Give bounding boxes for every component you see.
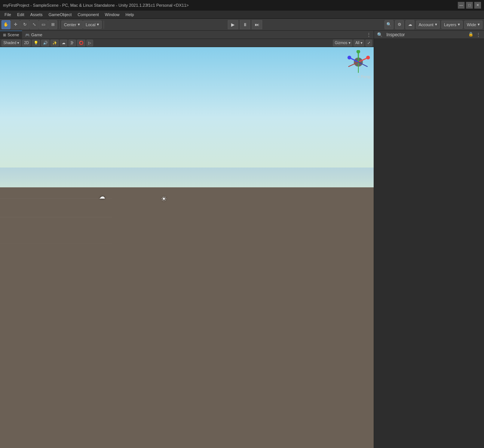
grid-overlay [0,187,112,243]
audio-button[interactable]: 🔊 [41,40,49,46]
center-chevron-icon: ▾ [78,22,80,27]
toolbar: ✋ ✛ ↻ ⤡ ▭ ⊞ Center ▾ Local ▾ ▶ ⏸ ⏭ 🔍 ⚙ ☁… [0,19,484,31]
game-tab-icon: 🎮 [25,33,30,37]
flares-button[interactable]: ⭕ [77,40,85,46]
menu-bar: File Edit Assets GameObject Component Wi… [0,10,484,19]
scene-tab-icon: ⊞ [3,33,6,37]
main-layout: ⊞ Scene 🎮 Game ⋮ Shaded ▾ 2D 💡 🔊 ✨ ☁ [0,31,484,448]
fog-button[interactable]: 🌫 [68,40,76,46]
window-controls: — □ ✕ [458,2,481,9]
right-toolbar-controls: 🔍 ⚙ ☁ Account ▾ Layers ▾ Wide ▾ [385,20,483,29]
scene-view[interactable]: < Persp ☀ ☁ [0,47,374,448]
rect-tool-button[interactable]: ▭ [39,20,48,29]
transform-tools-group: ✋ ✛ ↻ ⤡ ▭ ⊞ [1,20,57,29]
persp-label: < Persp [358,75,371,79]
maximize-button[interactable]: □ [466,2,473,9]
scene-toolbar: Shaded ▾ 2D 💡 🔊 ✨ ☁ 🌫 ⭕ ▷ Gizmos ▾ All ▾ [0,39,374,47]
minimize-button[interactable]: — [458,2,465,9]
perspective-gizmo[interactable]: < Persp [346,50,371,78]
menu-assets[interactable]: Assets [27,10,46,18]
pause-button[interactable]: ⏸ [240,20,250,29]
play-controls: ▶ ⏸ ⏭ [106,20,384,29]
menu-gameobject[interactable]: GameObject [46,10,75,18]
tab-scene[interactable]: ⊞ Scene [0,31,22,39]
tab-game[interactable]: 🎮 Game [22,31,45,39]
title-text: myFirstProject - SampleScene - PC, Mac &… [3,3,189,7]
inspector-panel: 🔍 Inspector 🔒 ⋮ [374,31,484,448]
shaded-dropdown[interactable]: Shaded ▾ [1,40,21,46]
cloud-button[interactable]: ☁ [405,20,414,29]
local-dropdown[interactable]: Local ▾ [83,21,102,29]
maximize-scene-button[interactable]: ⤢ [365,40,372,46]
svg-point-18 [366,56,370,59]
menu-component[interactable]: Component [74,10,102,18]
menu-help[interactable]: Help [122,10,137,18]
close-button[interactable]: ✕ [474,2,481,9]
layout-chevron-icon: ▾ [478,22,480,27]
sun-icon: ☀ [161,195,167,203]
menu-edit[interactable]: Edit [14,10,27,18]
scale-tool-button[interactable]: ⤡ [30,20,39,29]
all-dropdown[interactable]: All ▾ [353,40,364,46]
svg-point-22 [347,56,351,59]
local-chevron-icon: ▾ [97,22,99,27]
pivot-group: Center ▾ Local ▾ [61,21,102,29]
2d-button[interactable]: 2D [22,40,31,46]
scene-game-tabs: ⊞ Scene 🎮 Game ⋮ [0,31,374,39]
settings-button[interactable]: ⚙ [395,20,404,29]
inspector-controls: 🔒 ⋮ [468,32,481,38]
sky-background [0,47,374,187]
center-panel: ⊞ Scene 🎮 Game ⋮ Shaded ▾ 2D 💡 🔊 ✨ ☁ [0,31,374,448]
svg-line-5 [0,187,112,243]
svg-line-9 [75,187,112,243]
cloud-scene-icon: ☁ [99,193,105,200]
layout-dropdown[interactable]: Wide ▾ [464,21,483,29]
account-chevron-icon: ▾ [435,22,437,27]
gizmo-svg [346,50,371,74]
layers-dropdown[interactable]: Layers ▾ [441,21,463,29]
separator-1 [59,21,59,29]
title-bar: myFirstProject - SampleScene - PC, Mac &… [0,0,484,10]
skybox-button[interactable]: ☁ [60,40,67,46]
menu-window[interactable]: Window [102,10,122,18]
scene-tabs-more-icon[interactable]: ⋮ [366,32,371,38]
all-chevron-icon: ▾ [361,41,362,45]
move-tool-button[interactable]: ✛ [11,20,20,29]
animated-button[interactable]: ▷ [86,40,93,46]
separator-2 [104,21,104,29]
rotate-tool-button[interactable]: ↻ [20,20,29,29]
fx-button[interactable]: ✨ [50,40,59,46]
inspector-more-icon[interactable]: ⋮ [476,32,481,38]
gizmos-dropdown[interactable]: Gizmos ▾ [333,40,352,46]
account-dropdown[interactable]: Account ▾ [416,21,440,29]
menu-file[interactable]: File [1,10,14,18]
lights-button[interactable]: 💡 [32,40,40,46]
svg-point-20 [356,50,360,53]
layers-chevron-icon: ▾ [458,22,460,27]
hand-tool-button[interactable]: ✋ [1,20,10,29]
center-dropdown[interactable]: Center ▾ [61,21,83,29]
shaded-chevron-icon: ▾ [17,41,19,45]
step-button[interactable]: ⏭ [252,20,262,29]
inspector-title: Inspector [386,32,405,37]
inspector-icon: 🔍 [377,32,383,37]
inspector-header: 🔍 Inspector 🔒 ⋮ [374,31,484,39]
search-button[interactable]: 🔍 [385,20,393,29]
play-button[interactable]: ▶ [228,20,238,29]
inspector-content [374,39,484,448]
transform-tool-button[interactable]: ⊞ [48,20,57,29]
gizmos-chevron-icon: ▾ [349,41,350,45]
inspector-lock-icon[interactable]: 🔒 [468,32,474,38]
